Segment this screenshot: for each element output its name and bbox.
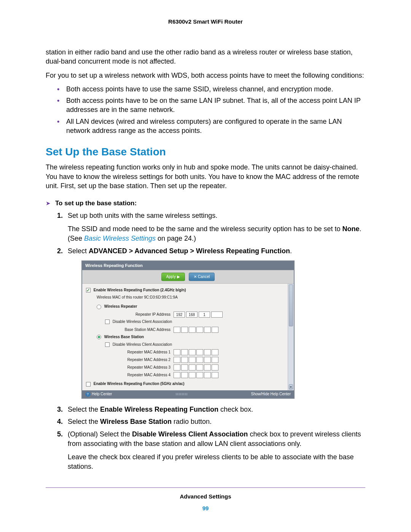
base-station-radio[interactable]	[97, 335, 101, 339]
showhide-help[interactable]: Show/Hide Help Center	[251, 391, 291, 397]
mac-box[interactable]	[204, 357, 211, 363]
mac-box[interactable]	[204, 372, 211, 378]
mac-box[interactable]	[174, 349, 180, 355]
mac-box[interactable]	[189, 327, 196, 333]
enable-5-checkbox[interactable]	[86, 382, 91, 387]
base-station-label: Wireless Base Station	[104, 335, 144, 339]
rep-mac1-row: Repeater MAC Address 1	[105, 349, 290, 355]
help-label: Help Center	[92, 392, 112, 396]
text: check box.	[218, 406, 253, 413]
mac-box[interactable]	[204, 364, 211, 371]
mac-box[interactable]	[174, 327, 180, 333]
step-4: 4. Select the Wireless Base Station radi…	[57, 417, 365, 427]
xref-link[interactable]: Basic Wireless Settings	[84, 235, 156, 242]
mac-box[interactable]	[174, 364, 180, 371]
step-number: 4.	[57, 417, 63, 427]
base-station-row: Wireless Base Station	[97, 334, 290, 340]
ip-octet-2[interactable]: 168	[186, 312, 198, 318]
repeater-label: Wireless Repeater	[104, 304, 137, 308]
mac-box[interactable]	[196, 357, 203, 363]
repeater-ip-row: Repeater IP Address 192 168 1	[105, 312, 290, 318]
base-mac-row: Base Station MAC Address	[105, 327, 290, 333]
help-icon: ?	[85, 392, 90, 397]
step-text: Set up both units with the same wireless…	[68, 212, 217, 219]
mac-box[interactable]	[181, 357, 188, 363]
text: Select the	[68, 418, 100, 425]
wds-bullet: Both access points have to use the same …	[57, 85, 365, 94]
step-number: 2.	[57, 246, 63, 256]
mac-box[interactable]	[204, 349, 211, 355]
footer-rule	[46, 487, 365, 488]
mac-box[interactable]	[196, 327, 203, 333]
menu-path: ADVANCED > Advanced Setup > Wireless Rep…	[89, 247, 290, 255]
ui-ref: Enable Wireless Repeating Function	[100, 406, 218, 413]
ip-octet-1[interactable]: 192	[174, 312, 185, 318]
ip-octet-3[interactable]: 1	[199, 312, 210, 318]
text: radio button.	[172, 418, 212, 425]
ip-octet-4[interactable]	[211, 312, 223, 318]
mac-box[interactable]	[181, 349, 188, 355]
disable-assoc-label-2: Disable Wireless Client Association	[113, 342, 172, 347]
disable-assoc-checkbox[interactable]	[105, 320, 110, 324]
procedure-lead-text: To set up the base station:	[55, 200, 137, 207]
enable-5-row: Enable Wireless Repeating Function (5GHz…	[86, 381, 290, 387]
wds-bullet-list: Both access points have to use the same …	[57, 85, 365, 135]
disable-assoc-row-1: Disable Wireless Client Association	[105, 319, 290, 324]
apply-button[interactable]: Apply ▶	[161, 273, 185, 281]
rep-mac2-row: Repeater MAC Address 2	[105, 357, 290, 363]
mac-box[interactable]	[196, 349, 203, 355]
mac-box[interactable]	[212, 372, 218, 378]
rep-mac4-row: Repeater MAC Address 4	[105, 372, 290, 378]
wds-bullet: Both access points have to be on the sam…	[57, 96, 365, 115]
scroll-down-icon[interactable]: ▾	[289, 384, 293, 390]
disable-assoc-row-2: Disable Wireless Client Association	[105, 342, 290, 347]
mac-box[interactable]	[189, 357, 196, 363]
scrollbar[interactable]: ▾	[288, 284, 294, 390]
step-number: 3.	[57, 405, 63, 414]
mac-box[interactable]	[212, 364, 218, 371]
cancel-button[interactable]: ✕ Cancel	[189, 273, 215, 281]
mac-box[interactable]	[181, 372, 188, 378]
footer-label: Advanced Settings	[46, 493, 365, 500]
grip-icon	[176, 393, 187, 395]
text: Select	[68, 247, 89, 255]
scrollbar-thumb[interactable]	[289, 284, 293, 326]
rep-mac1-label: Repeater MAC Address 1	[105, 350, 174, 355]
doc-title: R6300v2 Smart WiFi Router	[46, 18, 365, 25]
mac-box[interactable]	[196, 372, 203, 378]
text: Select the	[68, 406, 100, 413]
mac-box[interactable]	[212, 349, 218, 355]
mac-box[interactable]	[189, 364, 196, 371]
mac-box[interactable]	[181, 327, 188, 333]
step-3: 3. Select the Enable Wireless Repeating …	[57, 405, 365, 414]
enable-24-checkbox[interactable]	[86, 288, 91, 292]
text: The SSID and mode need to be the same an…	[68, 225, 342, 233]
screenshot-panel: Wireless Repeating Function Apply ▶ ✕ Ca…	[81, 260, 295, 399]
mac-box[interactable]	[181, 364, 188, 371]
step-5: 5. (Optional) Select the Disable Wireles…	[57, 430, 365, 471]
ui-ref: Disable Wireless Client Association	[132, 430, 248, 438]
wds-bullet: All LAN devices (wired and wireless comp…	[57, 117, 365, 136]
text: on page 24.)	[156, 235, 196, 242]
mac-box[interactable]	[174, 357, 180, 363]
mac-box[interactable]	[212, 327, 218, 333]
help-center[interactable]: ?Help Center	[85, 391, 112, 397]
mac-row: Wireless MAC of this router 9C:D3:6D:99:…	[97, 295, 290, 300]
panel-toolbar: Apply ▶ ✕ Cancel	[82, 270, 294, 284]
step-1-follow: The SSID and mode need to be the same an…	[68, 224, 365, 243]
disable-assoc-checkbox-2[interactable]	[105, 342, 110, 347]
mac-box[interactable]	[212, 357, 218, 363]
text: .	[290, 247, 292, 255]
mac-box[interactable]	[189, 372, 196, 378]
mac-box[interactable]	[204, 327, 211, 333]
rep-mac3-row: Repeater MAC Address 3	[105, 364, 290, 371]
panel-body: ▾ Enable Wireless Repeating Function (2.…	[82, 284, 294, 390]
repeater-ip-label: Repeater IP Address	[105, 312, 174, 317]
mac-box[interactable]	[196, 364, 203, 371]
mac-box[interactable]	[189, 349, 196, 355]
step-number: 1.	[57, 211, 63, 220]
repeater-row: Wireless Repeater	[97, 304, 290, 309]
mac-box[interactable]	[174, 372, 180, 378]
step-1: 1. Set up both units with the same wirel…	[57, 211, 365, 243]
repeater-radio[interactable]	[97, 305, 101, 309]
